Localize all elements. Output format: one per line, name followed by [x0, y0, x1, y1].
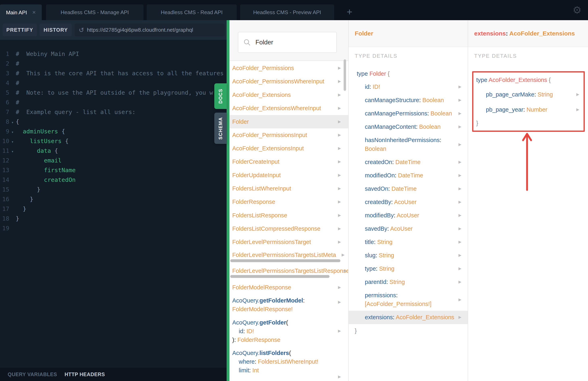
type-field-row[interactable]: createdBy: AcoUser [365, 195, 456, 207]
history-button[interactable]: HISTORY [40, 24, 72, 36]
type-details-panel-folder: Folder TYPE DETAILS type Folder { id: ID… [348, 20, 468, 381]
type-field-row[interactable]: savedOn: DateTime [365, 182, 456, 193]
disclosure-arrow-icon: ▶ [459, 226, 462, 231]
docs-list-item[interactable]: AcoFolder_Permissions▶ [230, 61, 348, 75]
fold-arrow-icon[interactable]: ▾ [9, 137, 16, 147]
type-declaration: type Folder { [357, 67, 390, 80]
disclosure-arrow-icon: ▶ [338, 235, 341, 249]
docs-list-item[interactable]: FolderUpdateInput▶ [230, 169, 348, 182]
type-field-row-selected[interactable]: extensions: AcoFolder_Extensions [365, 311, 456, 322]
type-field-row[interactable]: type: String [365, 262, 456, 273]
tab-headless-cms-preview-api[interactable]: Headless CMS - Preview API [240, 4, 334, 20]
line-number: 10 [0, 136, 9, 146]
line-number: 18 [0, 214, 9, 223]
docs-list-item[interactable]: AcoFolder_Extensions▶ [230, 88, 348, 102]
endpoint-url-input[interactable] [86, 27, 225, 33]
type-field-row[interactable]: title: String [365, 235, 456, 246]
docs-list-item[interactable]: AcoFolder_PermissionsWhereInput▶ [230, 75, 348, 88]
disclosure-arrow-icon: ▶ [459, 98, 462, 102]
reload-endpoint-icon[interactable]: ↺ [79, 26, 84, 34]
type-field-row[interactable]: parentId: String [365, 275, 456, 286]
line-number: 2 [0, 59, 9, 68]
type-close-brace: } [476, 116, 478, 130]
line-number: 14 [0, 175, 9, 185]
docs-list-item-selected[interactable]: Folder▶ [230, 115, 348, 128]
fold-arrow-icon[interactable]: ▾ [9, 117, 16, 127]
docs-query-item[interactable]: AcoQuery.getFolderModel: FolderModelResp… [230, 296, 348, 314]
tab-headless-cms-manage-api[interactable]: Headless CMS - Manage API [46, 4, 144, 20]
graphql-query-editor[interactable]: 1# Webiny Main API 2# 3# This is the cor… [0, 40, 227, 381]
disclosure-arrow-icon: ▶ [459, 213, 462, 217]
disclosure-arrow-icon: ▶ [338, 88, 341, 102]
tab-main-api[interactable]: Main API× [0, 4, 42, 20]
docs-list-item[interactable]: FoldersListResponse▶ [230, 209, 348, 222]
type-field-row[interactable]: hasNonInheritedPermissions: Boolean [365, 134, 456, 153]
vertical-scrollbar-thumb[interactable] [344, 59, 346, 91]
settings-gear-icon[interactable]: ⚙ [571, 4, 583, 16]
code-line: 6# [0, 97, 227, 107]
type-field-row[interactable]: modifiedOn: DateTime [365, 169, 456, 180]
disclosure-arrow-icon: ▶ [338, 102, 341, 115]
code-line: 5# Note: to use the API outside of the p… [0, 88, 227, 97]
fold-arrow-icon[interactable]: ▾ [9, 147, 16, 156]
type-field-row[interactable]: pb_page_year: Number [486, 103, 576, 114]
code-line: 15 } [0, 185, 227, 194]
disclosure-arrow-icon: ▶ [338, 195, 341, 209]
type-field-row[interactable]: pb_page_carMake: String [486, 88, 576, 99]
type-field-row[interactable]: canManageContent: Boolean [365, 120, 456, 131]
disclosure-arrow-icon: ▶ [459, 297, 462, 302]
horizontal-scrollbar[interactable] [230, 275, 330, 278]
section-label: TYPE DETAILS [474, 53, 517, 59]
docs-search-input[interactable] [255, 39, 336, 46]
docs-list-item[interactable]: FoldersListWhereInput▶ [230, 182, 348, 195]
docs-list-item[interactable]: FoldersListCompressedResponse▶ [230, 222, 348, 235]
http-headers-tab[interactable]: HTTP HEADERS [64, 368, 105, 381]
type-close-brace: } [355, 324, 357, 338]
disclosure-arrow-icon: ▶ [459, 200, 462, 204]
horizontal-scrollbar[interactable] [230, 259, 340, 262]
docs-list-item[interactable]: AcoFolder_ExtensionsInput▶ [230, 142, 348, 155]
docs-query-item[interactable]: AcoQuery.getFolder( id: ID! ): FolderRes… [230, 318, 348, 344]
type-field-row[interactable]: createdOn: DateTime [365, 156, 456, 167]
panel-header: extensions: AcoFolder_Extensions [468, 20, 588, 47]
docs-list-item[interactable]: FolderResponse▶ [230, 195, 348, 209]
disclosure-arrow-icon: ▶ [459, 160, 462, 164]
prettify-button[interactable]: PRETTIFY [3, 24, 37, 36]
disclosure-arrow-icon: ▶ [338, 75, 341, 88]
type-field-row[interactable]: id: ID! [365, 80, 456, 91]
type-field-row[interactable]: modifiedBy: AcoUser [365, 209, 456, 220]
disclosure-arrow-icon: ▶ [342, 248, 345, 261]
line-number: 13 [0, 165, 9, 175]
line-number: 12 [0, 156, 9, 165]
docs-list-item[interactable]: AcoFolder_ExtensionsWhereInput▶ [230, 102, 348, 115]
query-variables-tab[interactable]: QUERY VARIABLES [8, 368, 57, 381]
schema-side-tab[interactable]: SCHEMA [214, 113, 227, 144]
code-line: 1# Webiny Main API [0, 49, 227, 59]
type-field-row[interactable]: savedBy: AcoUser [365, 222, 456, 233]
docs-side-tab[interactable]: DOCS [214, 83, 227, 109]
type-field-row[interactable]: canManageStructure: Boolean [365, 94, 456, 105]
docs-list-item[interactable]: FolderModelResponse▶ [230, 281, 348, 294]
docs-search-panel: AcoFolder_Permissions▶ AcoFolder_Permiss… [230, 20, 348, 381]
tab-headless-cms-read-api[interactable]: Headless CMS - Read API [147, 4, 237, 20]
type-field-row[interactable]: permissions: [AcoFolder_Permissions!] [365, 289, 456, 308]
docs-list-item[interactable]: AcoFolder_PermissionsInput▶ [230, 128, 348, 142]
type-field-row[interactable]: slug: String [365, 249, 456, 260]
code-line: 2# [0, 59, 227, 68]
pane-divider[interactable] [227, 20, 230, 381]
fold-arrow-icon[interactable]: ▾ [9, 127, 16, 137]
disclosure-arrow-icon: ▶ [459, 186, 462, 191]
disclosure-arrow-icon: ▶ [338, 169, 341, 182]
editor-toolbar: PRETTIFY HISTORY ↺ [0, 20, 227, 40]
close-tab-icon[interactable]: × [32, 9, 36, 16]
docs-query-item[interactable]: AcoQuery.listFolders( where: FoldersList… [230, 349, 348, 375]
new-tab-button[interactable]: + [341, 4, 357, 20]
line-number: 1 [0, 49, 9, 59]
disclosure-arrow-icon: ▶ [338, 374, 341, 379]
docs-list-item[interactable]: FolderLevelPermissionsTarget▶ [230, 235, 348, 249]
docs-list-item[interactable]: FolderCreateInput▶ [230, 155, 348, 168]
line-number: 3 [0, 68, 9, 78]
type-field-row[interactable]: canManagePermissions: Boolean [365, 107, 456, 118]
line-number: 9 [0, 127, 9, 136]
disclosure-arrow-icon: ▶ [459, 111, 462, 116]
